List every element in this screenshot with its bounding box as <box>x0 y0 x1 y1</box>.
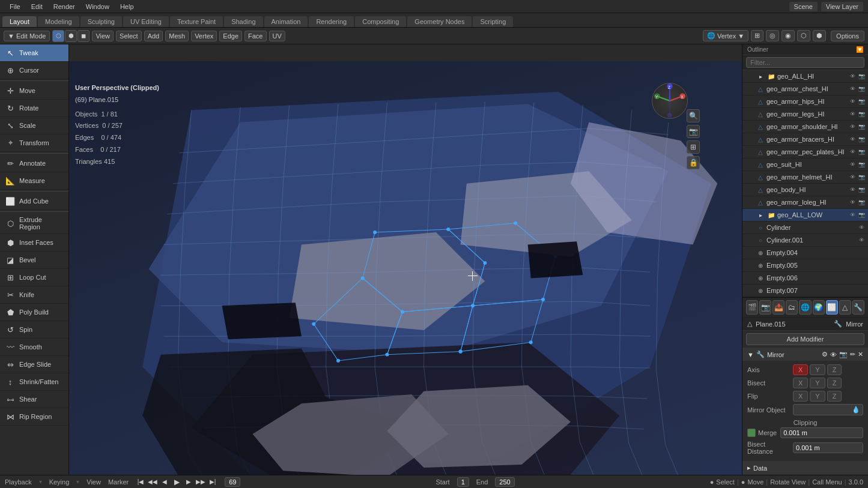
vertex-select-btn[interactable]: ⬡ <box>52 30 64 42</box>
outliner-item-armor-chest[interactable]: △ geo_armor_chest_HI 👁 📷 <box>742 83 868 95</box>
tab-rendering[interactable]: Rendering <box>309 16 354 27</box>
mirror-render-vis-icon[interactable]: 📷 <box>839 351 848 358</box>
tool-add-cube[interactable]: ⬜ Add Cube <box>0 193 68 210</box>
tab-scripting[interactable]: Scripting <box>473 16 513 27</box>
prop-world-icon[interactable]: 🌍 <box>813 300 825 315</box>
tool-edge-slide[interactable]: ⇔ Edge Slide <box>0 356 68 373</box>
bisect-distance-value[interactable]: 0.001 m <box>793 442 863 453</box>
flip-x-btn[interactable]: X <box>793 391 808 402</box>
visibility-icon-4[interactable]: 👁 <box>848 122 857 131</box>
outliner-item-suit[interactable]: △ geo_suit_HI 👁 📷 <box>742 158 868 171</box>
jump-start-btn[interactable]: |◀ <box>136 477 145 487</box>
next-frame-btn[interactable]: ▶ <box>184 477 193 487</box>
prop-modifier-wrench-icon[interactable]: 🔧 <box>852 300 864 315</box>
edge-select-btn[interactable]: ⬢ <box>65 30 77 42</box>
outliner-item-cylinder-001[interactable]: ○ Cylinder.001 👁 <box>742 234 868 247</box>
proportional-btn[interactable]: ◎ <box>766 30 779 41</box>
render-icon-7[interactable]: 📷 <box>857 160 866 169</box>
tool-cursor[interactable]: ⊕ Cursor <box>0 62 68 79</box>
render-icon-11[interactable]: 📷 <box>857 211 866 219</box>
render-icon-9[interactable]: 📷 <box>857 185 866 194</box>
visibility-icon[interactable]: 👁 <box>848 72 857 80</box>
tool-smooth[interactable]: 〰 Smooth <box>0 339 68 356</box>
tool-rotate[interactable]: ↻ Rotate <box>0 100 68 117</box>
render-icon-2[interactable]: 📷 <box>857 97 866 106</box>
render-icon-6[interactable]: 📷 <box>857 148 866 156</box>
uv-menu-btn[interactable]: UV <box>269 31 285 41</box>
bisect-y-btn[interactable]: Y <box>810 378 825 388</box>
tab-modeling[interactable]: Modeling <box>38 16 79 27</box>
snap-btn[interactable]: ⊞ <box>751 30 763 41</box>
flip-y-btn[interactable]: Y <box>810 391 825 402</box>
axis-y-btn[interactable]: Y <box>810 364 825 375</box>
outliner-item-empty-004[interactable]: ⊕ Empty.004 <box>742 247 868 259</box>
outliner-item-armor-legs[interactable]: △ geo_armor_legs_HI 👁 📷 <box>742 108 868 121</box>
render-icon-3[interactable]: 📷 <box>857 110 866 118</box>
tool-move[interactable]: ✛ Move <box>0 82 68 100</box>
render-icon-1[interactable]: 📷 <box>857 85 866 93</box>
render-icon-5[interactable]: 📷 <box>857 135 866 143</box>
navigation-gizmo[interactable]: X Y Z <box>652 83 688 119</box>
visibility-icon-1[interactable]: 👁 <box>848 85 857 93</box>
mirror-modifier-header[interactable]: ▼ 🔧 Mirror ⚙ 👁 📷 ✏ ✕ <box>742 348 868 361</box>
play-btn[interactable]: ▶ <box>172 477 181 487</box>
tab-shading[interactable]: Shading <box>224 16 263 27</box>
marker-btn[interactable]: Marker <box>108 478 129 486</box>
visibility-icon-12[interactable]: 👁 <box>857 223 866 232</box>
prop-scene-icon[interactable]: 🎬 <box>746 300 758 315</box>
render-icon-8[interactable]: 📷 <box>857 173 866 181</box>
camera-icon[interactable]: 📷 <box>687 125 700 138</box>
menu-render[interactable]: Render <box>49 2 80 11</box>
tool-knife[interactable]: ✂ Knife <box>0 286 68 304</box>
outliner-item-empty-007[interactable]: ⊕ Empty.007 <box>742 285 868 297</box>
menu-file[interactable]: File <box>5 2 25 11</box>
axis-x-btn[interactable]: X <box>793 364 808 375</box>
vertex-menu-btn[interactable]: Vertex <box>191 31 217 41</box>
tab-texture-paint[interactable]: Texture Paint <box>170 16 223 27</box>
tool-scale[interactable]: ⤡ Scale <box>0 117 68 134</box>
outliner-item-armor-shoulder[interactable]: △ geo_armor_shoulder_HI 👁 📷 <box>742 121 868 133</box>
data-section-header[interactable]: ▸ Data <box>742 462 868 474</box>
tool-annotate[interactable]: ✏ Annotate <box>0 155 68 172</box>
outliner-item-geo-all-low[interactable]: ▸ 📁 geo_ALL_LOW 👁 📷 <box>742 209 868 221</box>
visibility-icon-2[interactable]: 👁 <box>848 97 857 106</box>
keying-btn[interactable]: Keying <box>49 478 70 486</box>
mirror-edit-icon[interactable]: ✏ <box>850 351 855 358</box>
visibility-icon-11[interactable]: 👁 <box>848 211 857 219</box>
outliner-item-empty-006[interactable]: ⊕ Empty.006 <box>742 272 868 285</box>
menu-edit[interactable]: Edit <box>26 2 47 11</box>
prop-mesh-icon[interactable]: △ <box>839 300 851 315</box>
face-menu-btn[interactable]: Face <box>244 31 266 41</box>
tool-measure[interactable]: 📐 Measure <box>0 172 68 190</box>
tab-sculpting[interactable]: Sculpting <box>80 16 122 27</box>
outliner-item-body[interactable]: △ geo_body_HI 👁 📷 <box>742 184 868 196</box>
transform-space-dropdown[interactable]: 🌐 Vertex ▼ <box>703 30 748 41</box>
view-layer-selector[interactable]: View Layer <box>821 2 863 11</box>
visibility-icon-5[interactable]: 👁 <box>848 135 857 143</box>
zoom-in-icon[interactable]: 🔍 <box>687 109 700 122</box>
mesh-menu-btn[interactable]: Mesh <box>165 31 189 41</box>
prop-view-layer-icon[interactable]: 🗂 <box>786 300 798 315</box>
outliner-item-empty-005[interactable]: ⊕ Empty.005 <box>742 259 868 272</box>
face-select-btn[interactable]: ◼ <box>77 30 90 42</box>
tool-shrink-fatten[interactable]: ↕ Shrink/Fatten <box>0 373 68 391</box>
jump-next-btn[interactable]: ▶▶ <box>196 477 205 487</box>
mirror-visibility-icon[interactable]: 👁 <box>830 351 837 358</box>
mode-dropdown[interactable]: ▼ Edit Mode <box>4 31 50 41</box>
start-frame-input[interactable]: 1 <box>457 477 469 487</box>
outliner-item-helmet[interactable]: △ geo_armor_helmet_HI 👁 📷 <box>742 171 868 184</box>
tool-tweak[interactable]: ↖ Tweak <box>0 44 68 62</box>
playback-btn[interactable]: Playback <box>5 478 32 486</box>
prev-frame-btn[interactable]: ◀ <box>160 477 169 487</box>
outliner-item-armor-pec[interactable]: △ geo_armor_pec_plates_HI 👁 📷 <box>742 146 868 158</box>
mirror-options-icon[interactable]: ⚙ <box>822 351 828 358</box>
menu-help[interactable]: Help <box>115 2 139 11</box>
options-btn[interactable]: Options <box>831 31 864 41</box>
grid-icon[interactable]: ⊞ <box>687 140 700 154</box>
visibility-icon-7[interactable]: 👁 <box>848 160 857 169</box>
render-icon[interactable]: 📷 <box>857 72 866 80</box>
prop-scene2-icon[interactable]: 🌐 <box>799 300 811 315</box>
jump-end-btn[interactable]: ▶| <box>208 477 217 487</box>
tab-layout[interactable]: Layout <box>2 16 37 27</box>
outliner-item-geo-all-hi[interactable]: ▸ 📁 geo_ALL_HI 👁 📷 <box>742 70 868 83</box>
